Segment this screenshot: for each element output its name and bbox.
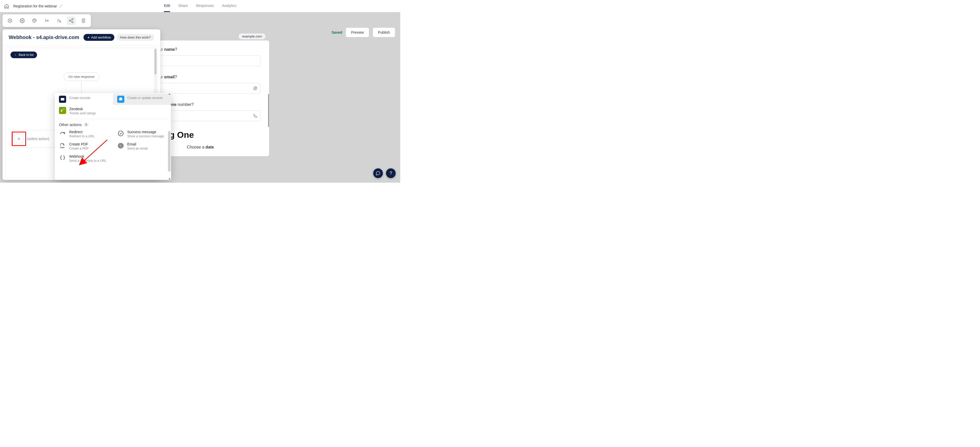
svg-point-8 (72, 21, 73, 23)
svg-point-6 (72, 19, 73, 20)
svg-point-7 (70, 20, 71, 21)
add-workflow-button[interactable]: Add workflow (83, 34, 115, 41)
pdf-icon: PDF (59, 142, 66, 149)
palette-icon (32, 18, 37, 23)
publish-button[interactable]: Publish (373, 27, 395, 37)
svg-point-4 (35, 20, 36, 21)
redirect-icon (59, 130, 66, 137)
tab-responses[interactable]: Responses (196, 0, 214, 12)
app-icon-dark (59, 96, 66, 103)
home-button[interactable] (4, 3, 9, 9)
editor-toolbar (3, 14, 91, 27)
domain-chip[interactable]: example.com (239, 33, 266, 39)
tool-search-list[interactable] (55, 16, 63, 25)
back-to-list-button[interactable]: Back to list (11, 52, 37, 58)
gear-icon (20, 18, 25, 23)
action-title: Create PDF (69, 142, 89, 146)
select-action-card[interactable]: (select action) (11, 130, 56, 147)
how-does-this-work-button[interactable]: How does this work? (116, 34, 154, 41)
help-label: ? (390, 171, 392, 176)
q2-bold: email (164, 75, 175, 79)
svg-rect-13 (59, 107, 66, 114)
at-circle-icon (117, 142, 124, 149)
tab-share[interactable]: Share (178, 0, 188, 12)
phone-icon (253, 114, 257, 118)
action-redirect[interactable]: Redirect Redirect to a URL (55, 128, 113, 140)
action-create-update-records[interactable]: Create or update records (113, 94, 171, 105)
branch-icon (44, 18, 49, 23)
workflow-title: Webhook - s4.apix-drive.com (9, 35, 79, 40)
svg-point-14 (118, 131, 123, 136)
action-email[interactable]: Email Send an email (113, 140, 171, 152)
action-zendesk[interactable]: Zendesk Tickets and ratings (55, 105, 113, 117)
action-sub: Create a PDF (69, 147, 89, 150)
action-title: Redirect (69, 130, 94, 134)
tool-settings[interactable] (18, 16, 27, 25)
check-circle-icon (117, 130, 124, 137)
chat-fab[interactable] (373, 168, 383, 178)
action-webhook[interactable]: Webhook Send a webhook to a URL (55, 152, 113, 165)
trigger-node[interactable]: On new response (64, 73, 99, 81)
saved-label: Saved (332, 30, 342, 35)
tool-theme[interactable] (30, 16, 39, 25)
chat-icon (376, 171, 380, 176)
svg-rect-11 (61, 98, 64, 100)
page-title-text: Registration for the webinar (13, 4, 57, 8)
highlight-box (12, 132, 26, 146)
page-title[interactable]: Registration for the webinar (13, 4, 63, 8)
zendesk-icon (59, 107, 66, 114)
action-sub: Tickets and ratings (69, 111, 96, 115)
q3-suffix: number? (177, 102, 194, 107)
q1-suffix: ? (175, 47, 177, 52)
svg-point-2 (33, 20, 34, 21)
add-action-wrap (13, 133, 24, 144)
action-create-records[interactable]: Create records (55, 94, 113, 105)
dropdown-scrollbar[interactable] (167, 93, 171, 180)
dropdown-scroll-thumb[interactable] (168, 131, 170, 172)
tool-workflows[interactable] (67, 16, 76, 25)
search-list-icon (56, 18, 62, 23)
action-sub: Show a success message (127, 135, 164, 138)
other-actions-section: Other actions 5 (55, 119, 171, 128)
action-sub: Send an email (127, 147, 148, 150)
action-create-pdf[interactable]: PDF Create PDF Create a PDF (55, 140, 113, 152)
braces-icon (59, 154, 66, 162)
select-action-label: (select action) (27, 137, 49, 141)
svg-point-16 (120, 145, 121, 147)
preview-button[interactable]: Preview (346, 27, 369, 37)
page-icon (81, 18, 86, 23)
section-label: Other actions (59, 122, 82, 127)
share-nodes-icon (69, 18, 74, 23)
at-icon: @ (253, 86, 257, 90)
arrow-left-icon (14, 53, 17, 56)
tab-analytics[interactable]: Analytics (222, 0, 236, 12)
action-title: Success message (127, 130, 164, 134)
scroll-up-icon[interactable] (169, 93, 170, 95)
tool-branch[interactable] (42, 16, 51, 25)
action-success-message[interactable]: Success message Show a success message (113, 128, 171, 140)
actions-dropdown: Create records Create or update records … (55, 93, 171, 180)
add-workflow-label: Add workflow (91, 35, 111, 39)
action-sub: Create records (69, 96, 91, 100)
app-icon-blue (117, 96, 124, 103)
help-fab[interactable]: ? (386, 168, 396, 178)
section-count: 5 (84, 123, 89, 127)
tool-page[interactable] (79, 16, 88, 25)
svg-point-3 (34, 19, 35, 20)
back-label: Back to list (19, 53, 33, 57)
tool-add[interactable] (6, 16, 14, 25)
right-controls: Saved Preview Publish (332, 27, 395, 37)
q2-suffix: ? (175, 75, 177, 79)
scroll-down-icon[interactable] (169, 178, 170, 180)
topbar: Registration for the webinar Edit Share … (0, 0, 400, 12)
tab-edit[interactable]: Edit (164, 0, 170, 12)
home-icon (4, 3, 9, 9)
plus-circle-icon (7, 18, 13, 23)
action-title: Zendesk (69, 107, 96, 111)
action-sub: Create or update records (127, 96, 163, 100)
rename-icon (59, 4, 63, 8)
scroll-indicator[interactable] (268, 94, 269, 127)
panel-scrollbar-thumb[interactable] (154, 49, 156, 74)
q1-bold: name (164, 47, 175, 52)
action-title: Webhook (69, 154, 107, 159)
